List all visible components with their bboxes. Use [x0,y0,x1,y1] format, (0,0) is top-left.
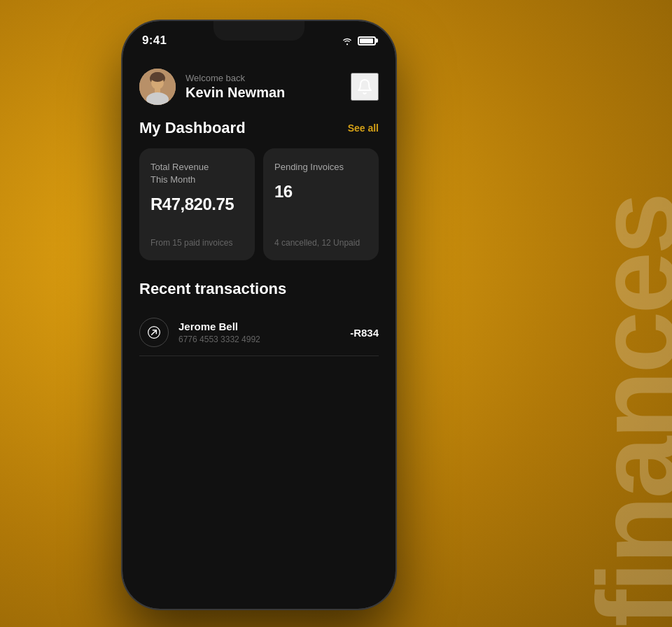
svg-point-3 [150,72,164,82]
pending-invoices-label: Pending Invoices [274,161,368,174]
user-info: Welcome back Kevin Newman [139,69,285,105]
pending-invoices-value: 16 [274,182,368,202]
bell-icon [356,78,373,95]
arrow-icon [147,325,161,339]
see-all-button[interactable]: See all [348,122,379,134]
dashboard-title: My Dashboard [139,119,246,137]
welcome-name: Kevin Newman [186,85,285,101]
transaction-icon [139,318,169,347]
battery-icon [358,36,376,45]
avatar-image [139,69,176,105]
avatar [139,69,176,105]
transaction-amount: -R834 [350,327,379,339]
dashboard-cards: Total RevenueThis Month R47,820.75 From … [139,148,379,260]
total-revenue-label: Total RevenueThis Month [150,161,244,186]
pending-invoices-card[interactable]: Pending Invoices 16 4 cancelled, 12 Unpa… [263,148,379,260]
status-time: 9:41 [142,34,167,48]
pending-invoices-sub: 4 cancelled, 12 Unpaid [274,238,368,248]
screen-content[interactable]: Welcome back Kevin Newman My Dashboard [122,55,396,609]
transaction-info: Jerome Bell 6776 4553 3332 4992 [178,320,340,344]
transaction-name: Jerome Bell [178,320,340,332]
wifi-icon [341,36,354,45]
notification-bell-button[interactable] [351,73,379,101]
header: Welcome back Kevin Newman [139,60,379,119]
phone-outer: 9:41 [122,21,396,609]
transaction-item[interactable]: Jerome Bell 6776 4553 3332 4992 -R834 [139,309,379,356]
total-revenue-card[interactable]: Total RevenueThis Month R47,820.75 From … [139,148,255,260]
total-revenue-sub: From 15 paid invoices [150,238,244,248]
phone-screen: 9:41 [122,21,396,609]
dashboard-section-header: My Dashboard See all [139,119,379,137]
phone-mockup: 9:41 [122,21,396,609]
transactions-title: Recent transactions [139,280,379,298]
phone-notch [214,21,304,41]
status-icons [341,36,376,45]
total-revenue-value: R47,820.75 [150,195,244,214]
welcome-text-block: Welcome back Kevin Newman [186,73,285,101]
welcome-line1: Welcome back [186,73,285,83]
transaction-card: 6776 4553 3332 4992 [178,334,340,344]
